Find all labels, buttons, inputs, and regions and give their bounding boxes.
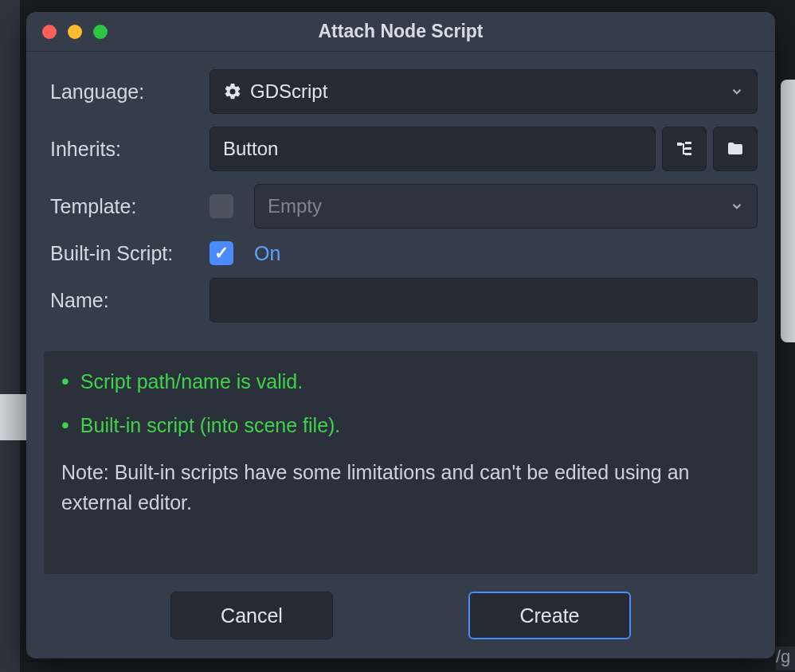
info-valid: • Script path/name is valid. [61, 370, 740, 393]
svg-rect-1 [685, 142, 691, 144]
language-label: Language: [50, 80, 210, 104]
language-row: Language: GDScript [50, 69, 758, 114]
inherits-label: Inherits: [50, 138, 210, 161]
template-row: Template: Empty [50, 184, 758, 229]
name-input[interactable] [210, 278, 758, 322]
create-button[interactable]: Create [468, 592, 631, 639]
name-row: Name: [50, 278, 758, 322]
check-icon: ✓ [214, 243, 229, 264]
builtin-value: On [254, 242, 280, 265]
template-dropdown[interactable]: Empty [254, 184, 758, 229]
builtin-checkbox[interactable]: ✓ [210, 241, 233, 265]
bullet-icon: • [61, 414, 69, 436]
language-value: GDScript [250, 80, 327, 103]
name-input-text[interactable] [223, 289, 744, 311]
svg-rect-2 [685, 147, 691, 150]
inherits-row: Inherits: [50, 127, 758, 171]
folder-icon [726, 139, 745, 158]
info-panel: • Script path/name is valid. • Built-in … [44, 351, 758, 574]
folder-button[interactable] [713, 127, 758, 171]
bullet-icon: • [61, 370, 69, 393]
dialog-title: Attach Node Script [26, 21, 775, 42]
inherits-input-text[interactable] [223, 138, 642, 160]
builtin-label: Built-in Script: [50, 242, 210, 265]
dialog-titlebar: Attach Node Script [26, 12, 775, 52]
editor-background [781, 80, 795, 342]
cancel-button-label: Cancel [221, 604, 283, 627]
maximize-window-button[interactable] [93, 25, 108, 39]
info-valid-text: Script path/name is valid. [80, 370, 303, 393]
inherits-input[interactable] [210, 127, 656, 171]
dialog-buttons: Cancel Create [26, 574, 775, 658]
close-window-button[interactable] [42, 25, 57, 39]
info-note: Note: Built-in scripts have some limitat… [61, 458, 740, 518]
chevron-down-icon [730, 199, 744, 213]
template-checkbox[interactable] [210, 194, 233, 218]
editor-background [0, 394, 29, 440]
minimize-window-button[interactable] [68, 25, 82, 39]
language-dropdown[interactable]: GDScript [210, 69, 758, 114]
attach-script-dialog: Attach Node Script Language: GDScript In… [26, 12, 775, 658]
form-area: Language: GDScript Inherits: [26, 52, 775, 343]
chevron-down-icon [730, 84, 744, 99]
info-builtin-text: Built-in script (into scene file). [80, 414, 341, 437]
window-controls [42, 25, 108, 39]
cancel-button[interactable]: Cancel [170, 592, 333, 639]
tree-icon [675, 139, 694, 158]
svg-rect-0 [677, 143, 682, 146]
editor-background: /g [776, 647, 795, 670]
gear-icon [223, 82, 250, 101]
template-value: Empty [268, 195, 322, 217]
template-label: Template: [50, 195, 210, 218]
class-tree-button[interactable] [662, 127, 707, 171]
name-label: Name: [50, 289, 210, 312]
svg-rect-3 [685, 153, 691, 155]
info-builtin: • Built-in script (into scene file). [61, 414, 740, 437]
builtin-row: Built-in Script: ✓ On [50, 241, 758, 265]
create-button-label: Create [519, 604, 579, 627]
editor-background [0, 0, 20, 672]
